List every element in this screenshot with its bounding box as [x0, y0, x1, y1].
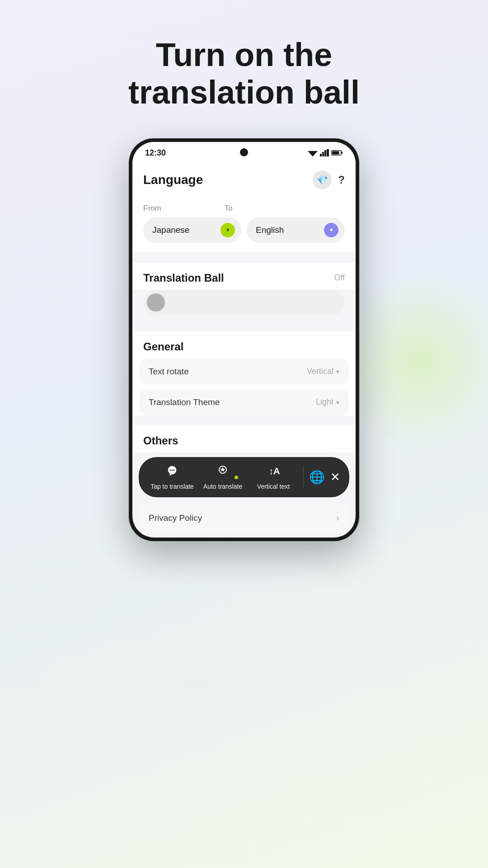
svg-text:↕A: ↕A	[269, 466, 280, 476]
svg-rect-7	[342, 152, 343, 154]
header-icons: 💎 ?	[313, 170, 345, 189]
tap-to-translate-icon	[165, 464, 179, 481]
text-rotate-setting[interactable]: Text rotate Vertical ▾	[140, 359, 348, 385]
svg-rect-5	[327, 149, 329, 156]
others-section: Others	[132, 425, 356, 453]
to-language-value: English	[256, 225, 284, 235]
close-button[interactable]: ✕	[330, 470, 340, 484]
text-rotate-label: Text rotate	[149, 367, 189, 377]
wifi-icon	[308, 149, 318, 156]
camera-notch	[240, 148, 248, 156]
from-language-value: Japanese	[152, 225, 189, 235]
svg-rect-8	[332, 151, 339, 155]
phone-frame: 12:30	[129, 138, 359, 542]
section-break-2	[132, 321, 356, 326]
translation-ball-status: Off	[334, 273, 345, 283]
diamond-button[interactable]: 💎	[313, 170, 332, 189]
language-section: From To Japanese ▾ English ▾	[132, 197, 356, 252]
to-language-dropdown[interactable]: English ▾	[247, 217, 345, 243]
tap-to-translate-button[interactable]: Tap to translate	[148, 464, 197, 491]
privacy-policy-arrow: ›	[336, 513, 339, 523]
globe-button[interactable]: 🌐	[309, 470, 325, 485]
text-rotate-value-container: Vertical ▾	[307, 367, 339, 376]
app-header: Language 💎 ?	[132, 161, 356, 197]
vertical-text-label: Vertical text	[257, 483, 290, 491]
from-label: From	[143, 204, 161, 213]
auto-translate-button[interactable]: Auto translate	[198, 464, 247, 491]
tap-to-translate-label: Tap to translate	[150, 483, 194, 491]
status-time: 12:30	[145, 148, 166, 158]
svg-point-10	[172, 469, 173, 471]
app-header-title: Language	[143, 173, 203, 187]
translation-ball-header: Translation Ball Off	[132, 263, 356, 290]
toolbar-divider	[303, 466, 304, 488]
from-dropdown-arrow: ▾	[221, 223, 235, 237]
language-labels: From To	[143, 204, 345, 213]
status-icons	[308, 149, 343, 156]
toggle-knob	[147, 293, 165, 311]
text-rotate-value: Vertical	[307, 367, 333, 376]
general-title: General	[132, 331, 356, 359]
title-area: Turn on thetranslation ball	[0, 0, 488, 138]
help-button[interactable]: ?	[338, 174, 345, 186]
translation-theme-value: Light	[316, 397, 333, 407]
from-language-dropdown[interactable]: Japanese ▾	[143, 217, 241, 243]
to-dropdown-arrow: ▾	[324, 223, 338, 237]
battery-icon	[331, 150, 343, 156]
privacy-policy-label: Privacy Policy	[149, 513, 202, 523]
auto-translate-label: Auto translate	[203, 483, 242, 491]
translation-ball-section: Translation Ball Off	[132, 263, 356, 315]
svg-rect-2	[320, 154, 322, 156]
svg-point-9	[170, 469, 171, 471]
translation-theme-value-container: Light ▾	[316, 397, 339, 407]
phone-screen: 12:30	[132, 142, 356, 538]
section-break-1	[132, 257, 356, 263]
auto-translate-icon	[216, 464, 230, 481]
vertical-text-button[interactable]: ↕A Vertical text	[249, 464, 298, 491]
translation-theme-arrow: ▾	[336, 399, 339, 406]
to-label: To	[225, 204, 233, 213]
translation-theme-setting[interactable]: Translation Theme Light ▾	[140, 389, 348, 415]
privacy-policy-row[interactable]: Privacy Policy ›	[140, 504, 348, 532]
svg-rect-4	[324, 150, 326, 156]
translation-ball-title: Translation Ball	[143, 272, 224, 284]
svg-marker-1	[310, 153, 316, 156]
svg-point-11	[174, 469, 175, 471]
section-break-3	[132, 420, 356, 425]
others-title: Others	[132, 425, 356, 453]
text-rotate-arrow: ▾	[336, 368, 339, 375]
signal-icon	[320, 149, 329, 156]
svg-rect-3	[322, 152, 324, 156]
translation-ball-toggle[interactable]	[143, 290, 345, 315]
vertical-text-icon: ↕A	[267, 464, 280, 481]
bottom-toolbar: Tap to translate Auto translate ↕A	[139, 457, 349, 498]
page-title: Turn on thetranslation ball	[36, 36, 452, 111]
auto-translate-active-dot	[234, 475, 239, 480]
language-selectors: Japanese ▾ English ▾	[143, 217, 345, 243]
translation-theme-label: Translation Theme	[149, 397, 220, 407]
general-section: General Text rotate Vertical ▾ Translati…	[132, 331, 356, 415]
status-bar: 12:30	[132, 142, 356, 161]
